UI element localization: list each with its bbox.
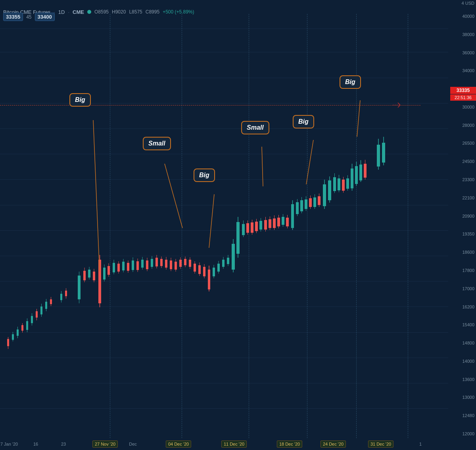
price-label-23300: 23300: [448, 177, 474, 182]
price-arrow: [398, 105, 400, 107]
time-label-dec31: 31 Dec '20: [368, 440, 393, 448]
candle-chart-svg: [0, 14, 448, 438]
annotation-line-small1: [165, 164, 182, 228]
chart-timeframe: 1D: [58, 9, 65, 15]
price-label-14800: 14800: [448, 341, 474, 345]
chart-container: Bitcoin CME Futures · 1D · CME O8595 H90…: [0, 0, 476, 450]
price-label-18600: 18600: [448, 250, 474, 255]
price-label-20900: 20900: [448, 214, 474, 218]
annotation-line-small2: [262, 147, 263, 186]
price-label-13600: 13600: [448, 377, 474, 382]
header-sep2: ·: [68, 9, 69, 15]
time-label-1: 1: [419, 442, 422, 446]
price-label-17800: 17800: [448, 268, 474, 273]
price-label-12480: 12480: [448, 413, 474, 418]
price-badge-2: 33400: [35, 13, 55, 21]
price-change: +500 (+5.89%): [163, 9, 194, 15]
annotation-big3: Big: [293, 115, 314, 128]
time-label-23: 23: [61, 442, 66, 446]
annotation-line-big2: [209, 194, 214, 248]
current-time-value: 22:51:36: [455, 95, 472, 100]
annotation-line-big1: [93, 120, 100, 272]
price-label-12000: 12000: [448, 431, 474, 436]
annotation-big2: Big: [194, 169, 215, 182]
price-label-30000: 30000: [448, 105, 474, 109]
price-badge-1: 33355: [3, 13, 23, 21]
time-label-dec: Dec: [129, 442, 137, 446]
time-label-dec18: 18 Dec '20: [277, 440, 302, 448]
time-label-16: 16: [33, 442, 38, 446]
current-price-value: 33335: [457, 88, 470, 93]
price-label-15400: 15400: [448, 322, 474, 327]
annotation-line-big4: [357, 100, 360, 137]
time-label-jan20: 27 Jan '20: [0, 442, 18, 446]
annotation-big1: Big: [69, 93, 91, 107]
annotation-line-big3: [306, 140, 313, 184]
current-price-box: 33335: [450, 87, 476, 94]
current-time-box: 22:51:36: [450, 94, 476, 101]
price-label-34000: 34000: [448, 68, 474, 73]
annotation-big4: Big: [340, 75, 361, 89]
price-label-19350: 19350: [448, 232, 474, 236]
time-label-dec4: 04 Dec '20: [166, 440, 191, 448]
price-axis: 40000 38000 36000 34000 32000 30000 2800…: [448, 0, 476, 438]
annotation-small1: Small: [143, 137, 171, 150]
chart-exchange: CME: [73, 9, 84, 15]
price-label-38000: 38000: [448, 32, 474, 37]
time-label-dec11: 11 Dec '20: [221, 440, 247, 448]
price-label-28000: 28000: [448, 123, 474, 128]
price-label-24500: 24500: [448, 159, 474, 164]
price-label-16200: 16200: [448, 304, 474, 309]
header: Bitcoin CME Futures · 1D · CME O8595 H90…: [0, 0, 476, 24]
ohlc-close: C8995: [146, 9, 159, 15]
time-label-dec24: 24 Dec '20: [321, 440, 346, 448]
status-dot: [87, 10, 91, 14]
price-label-22100: 22100: [448, 195, 474, 200]
ohlc-open: O8595: [94, 9, 109, 15]
ohlc-high: H9020: [112, 9, 126, 15]
price-label-17000: 17000: [448, 286, 474, 291]
time-label-nov27: 27 Nov '20: [92, 440, 118, 448]
ohlc-low: L8575: [129, 9, 142, 15]
chart-area: Big Small Big Small Big Big: [0, 14, 448, 438]
time-axis: 27 Jan '20 16 23 27 Nov '20 Dec 04 Dec '…: [0, 438, 448, 450]
price-label-36000: 36000: [448, 50, 474, 55]
price-label-26500: 26500: [448, 141, 474, 146]
price-label-14000: 14000: [448, 359, 474, 364]
price-label-13000: 13000: [448, 395, 474, 400]
annotation-small2: Small: [241, 121, 269, 134]
price-num: 45: [26, 14, 31, 20]
price-arrow: [398, 103, 400, 105]
